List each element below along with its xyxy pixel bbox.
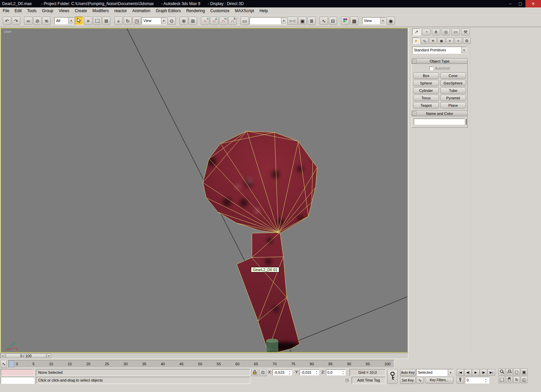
align-button[interactable]: ▣ xyxy=(298,17,307,25)
render-setup-button[interactable]: ▦ xyxy=(350,17,358,25)
key-filter-curve-button[interactable]: ∿ xyxy=(416,377,424,384)
unlink-selection-button[interactable]: ⊘ xyxy=(33,17,42,25)
chevron-down-icon[interactable]: ▼ xyxy=(448,369,453,376)
torus-button[interactable]: Torus xyxy=(413,95,439,101)
spacewarps-icon[interactable]: ≈ xyxy=(454,38,462,44)
play-button[interactable]: ▶ xyxy=(472,369,479,376)
shapes-icon[interactable]: ∿ xyxy=(421,38,428,44)
chevron-down-icon[interactable]: ▼ xyxy=(68,18,74,24)
zoom-all-button[interactable] xyxy=(506,368,513,375)
track-bar-ruler[interactable]: 0510152025303540455055606570758085909510… xyxy=(8,360,394,368)
arc-rotate-button[interactable]: ↻ xyxy=(513,376,520,383)
current-frame-indicator[interactable] xyxy=(9,361,14,367)
schematic-view-button[interactable]: ⊟ xyxy=(329,17,337,25)
previous-frame-button[interactable]: ◀| xyxy=(464,369,472,376)
redo-button[interactable]: ↷ xyxy=(12,17,20,25)
close-button[interactable]: ✕ xyxy=(525,0,541,7)
menu-reactor[interactable]: reactor xyxy=(112,7,130,15)
cameras-icon[interactable]: ◙ xyxy=(438,38,445,44)
tab-motion[interactable]: ◎ xyxy=(442,28,450,35)
keyboard-shortcut-override-toggle[interactable]: ⊞ xyxy=(189,17,197,25)
cylinder-button[interactable]: Cylinder xyxy=(413,87,439,94)
menu-maxscript[interactable]: MAXScript xyxy=(232,7,257,15)
mini-curve-editor-button[interactable]: ∿ xyxy=(1,360,7,368)
menu-views[interactable]: Views xyxy=(56,7,72,15)
menu-graph-editors[interactable]: Graph Editors xyxy=(153,7,184,15)
menu-modifiers[interactable]: Modifiers xyxy=(90,7,112,15)
viewport-label[interactable]: User xyxy=(4,29,11,33)
time-tag-key-button[interactable] xyxy=(387,369,398,384)
go-to-start-button[interactable]: |◀ xyxy=(456,369,464,376)
mirror-button[interactable]: ▷◁ xyxy=(287,17,298,25)
collapse-icon[interactable]: - xyxy=(413,59,417,63)
next-frame-button[interactable]: |▶ xyxy=(480,369,487,376)
tab-utilities[interactable]: ⚒ xyxy=(461,28,470,35)
select-and-scale-button[interactable]: ◳ xyxy=(133,17,141,25)
snaps-toggle-3d[interactable]: ∩3 xyxy=(201,17,209,25)
macro-recorder-pane[interactable] xyxy=(1,369,34,376)
cone-button[interactable]: Cone xyxy=(440,72,466,79)
edit-named-selection-sets-button[interactable]: ▭ xyxy=(240,17,249,25)
tab-create[interactable]: ↗ xyxy=(412,28,421,35)
reference-coordinate-dropdown[interactable]: View ▼ xyxy=(142,17,167,24)
use-pivot-center-button[interactable]: ⊙ xyxy=(167,17,176,25)
angle-snap-toggle[interactable]: ∩∠ xyxy=(210,17,218,25)
systems-icon[interactable]: ⚙ xyxy=(463,38,471,44)
menu-create[interactable]: Create xyxy=(72,7,90,15)
name-and-color-rollout-header[interactable]: - Name and Color xyxy=(411,111,468,116)
material-editor-button[interactable] xyxy=(341,17,349,25)
rectangular-selection-region-button[interactable] xyxy=(93,17,101,25)
select-and-manipulate-button[interactable]: ⊕ xyxy=(180,17,188,25)
zoom-extents-all-button[interactable]: ▣ xyxy=(521,368,527,375)
pan-button[interactable] xyxy=(506,376,513,383)
key-mode-toggle[interactable] xyxy=(456,377,464,384)
lights-icon[interactable]: ☀ xyxy=(429,38,437,44)
chevron-down-icon[interactable]: ▼ xyxy=(461,47,467,53)
lock-selection-toggle[interactable] xyxy=(252,369,258,376)
menu-file[interactable]: File xyxy=(0,7,12,15)
y-spinner[interactable]: ▴▾ xyxy=(316,370,317,375)
menu-tools[interactable]: Tools xyxy=(24,7,39,15)
undo-button[interactable]: ↶ xyxy=(3,17,11,25)
tab-modify[interactable]: ◔ xyxy=(422,28,430,35)
tab-display[interactable]: ▭ xyxy=(451,28,460,35)
select-and-rotate-button[interactable]: ↻ xyxy=(123,17,132,25)
green-cylinder-object[interactable] xyxy=(266,339,278,352)
teapot-button[interactable]: Teapot xyxy=(413,102,439,108)
curve-editor-button[interactable]: ∿ xyxy=(320,17,328,25)
spinner-snap-toggle[interactable]: ∩⇅ xyxy=(228,17,237,25)
plane-button[interactable]: Plane xyxy=(440,102,466,108)
select-and-link-button[interactable]: ∞ xyxy=(24,17,32,25)
menu-animation[interactable]: Animation xyxy=(130,7,153,15)
menu-help[interactable]: Help xyxy=(257,7,270,15)
frame-spinner[interactable]: ▴▾ xyxy=(485,378,486,383)
zoom-extents-button[interactable]: ▢ xyxy=(513,368,520,375)
z-spinner[interactable]: ▴▾ xyxy=(343,370,344,375)
set-key-button[interactable]: Set Key xyxy=(400,377,416,384)
absolute-mode-toggle[interactable]: ⊡ xyxy=(259,369,266,376)
selection-set-dropdown[interactable]: Selected ▼ xyxy=(416,369,453,376)
select-object-button[interactable] xyxy=(75,17,83,25)
select-by-name-button[interactable]: ≡ xyxy=(84,17,92,25)
menu-rendering[interactable]: Rendering xyxy=(184,7,208,15)
go-to-end-button[interactable]: ▶| xyxy=(488,369,495,376)
object-name-field[interactable] xyxy=(414,119,465,125)
render-type-dropdown[interactable]: View ▼ xyxy=(362,17,386,24)
autogrid-checkbox[interactable] xyxy=(429,67,433,70)
window-crossing-toggle[interactable]: ⊠ xyxy=(102,17,111,25)
previous-frame-arrow[interactable]: < xyxy=(1,353,5,358)
selection-filter-dropdown[interactable]: All ▼ xyxy=(54,17,74,24)
scene-object-gearl2[interactable] xyxy=(203,131,317,352)
maxscript-listener-pane[interactable] xyxy=(1,377,34,384)
geosphere-button[interactable]: GeoSphere xyxy=(440,80,466,86)
select-and-move-button[interactable]: ↔ ↕ xyxy=(114,17,123,25)
primitive-category-dropdown[interactable]: Standard Primitives ▼ xyxy=(412,47,467,54)
object-type-rollout-header[interactable]: - Object Type xyxy=(411,58,468,64)
layer-manager-button[interactable]: ≣ xyxy=(307,17,316,25)
auto-key-button[interactable]: Auto Key xyxy=(400,369,416,376)
percent-snap-toggle[interactable]: ∩% xyxy=(219,17,228,25)
menu-customize[interactable]: Customize xyxy=(208,7,232,15)
minimize-button[interactable]: – xyxy=(505,0,515,7)
collapse-icon[interactable]: - xyxy=(413,112,417,116)
object-color-swatch[interactable] xyxy=(466,119,467,125)
